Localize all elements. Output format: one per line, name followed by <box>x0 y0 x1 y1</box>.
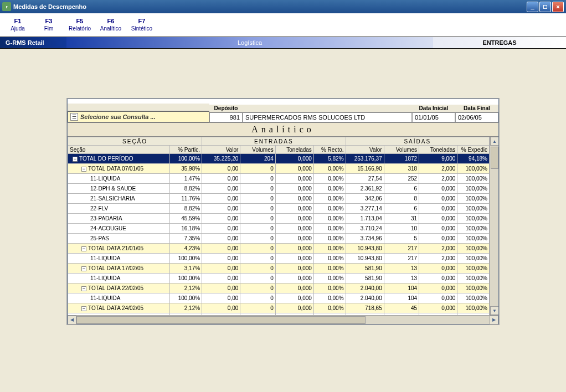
close-button[interactable]: × <box>552 2 564 12</box>
table-row[interactable]: −TOTAL DATA 24/02/052,12%0,0000,0000,00%… <box>68 303 490 313</box>
table-row[interactable]: 12-DPH & SAUDE8,82%0,0000,0000,00%2.361,… <box>68 184 490 194</box>
data-inicial-input[interactable] <box>412 112 455 122</box>
group-entradas[interactable]: ENTRADAS <box>202 137 346 146</box>
band-right: ENTREGAS <box>433 37 566 48</box>
col-header[interactable]: Valor <box>346 146 384 154</box>
window-titlebar: r Medidas de Desempenho _ × <box>0 0 566 13</box>
table-row[interactable]: 11-LIQUIDA1,47%0,0000,0000,00%27,542522,… <box>68 174 490 184</box>
tree-toggle-icon[interactable]: − <box>81 246 86 251</box>
hscroll-thumb[interactable] <box>76 316 366 324</box>
table-row[interactable]: 22-FLV8,82%0,0000,0000,00%3.277,1460,000… <box>68 204 490 214</box>
consulta-label: Selecione sua Consulta ... <box>80 114 156 120</box>
col-header[interactable]: Toneladas <box>419 146 457 154</box>
col-header[interactable]: % Partic. <box>170 146 202 154</box>
params-row: ☰ Selecione sua Consulta ... Depósito Da… <box>68 99 498 122</box>
minimize-button[interactable]: _ <box>527 2 538 12</box>
scroll-left-icon[interactable]: ◀ <box>68 316 76 324</box>
fkey-f5[interactable]: F5Relatório <box>64 16 95 34</box>
data-final-header: Data Final <box>455 105 498 112</box>
restore-button[interactable] <box>539 2 551 12</box>
tree-toggle-icon[interactable]: − <box>81 167 86 172</box>
tree-toggle-icon[interactable]: − <box>81 306 86 311</box>
tree-toggle-icon[interactable]: − <box>81 286 86 291</box>
col-header[interactable]: % Recto. <box>313 146 346 154</box>
data-inicial-header: Data Inicial <box>412 105 455 112</box>
data-grid: SEÇÃO ENTRADAS SAÍDAS Seção% Partic.Valo… <box>68 137 498 315</box>
col-header[interactable]: % Expedic <box>457 146 490 154</box>
tree-toggle-icon[interactable]: − <box>73 157 78 162</box>
table-row[interactable]: 21-SALSICHARIA11,76%0,0000,0000,00%342,0… <box>68 194 490 204</box>
deposito-name-input[interactable] <box>243 112 412 122</box>
table-row[interactable]: 23-PADARIA45,59%0,0000,0000,00%1.713,043… <box>68 214 490 224</box>
fkey-f1[interactable]: F1Ajuda <box>2 16 33 34</box>
window-title: Medidas de Desempenho <box>13 3 526 10</box>
horizontal-scrollbar[interactable]: ◀ ▶ <box>68 315 498 324</box>
table-row[interactable]: 11-LIQUIDA100,00%0,0000,0000,00%10.943,8… <box>68 254 490 264</box>
table-row[interactable]: −TOTAL DATA 22/02/052,12%0,0000,0000,00%… <box>68 283 490 293</box>
consulta-selector[interactable]: ☰ Selecione sua Consulta ... <box>68 111 209 122</box>
band-left: G-RMS Retail <box>0 37 66 48</box>
list-icon: ☰ <box>70 113 78 121</box>
fkey-f6[interactable]: F6Analítico <box>95 16 126 34</box>
table-row[interactable]: 11-LIQUIDA100,00%0,0000,0000,00%2.040,00… <box>68 293 490 303</box>
col-header[interactable]: Seção <box>68 146 170 154</box>
table-row[interactable]: −TOTAL DATA 21/01/054,23%0,0000,0000,00%… <box>68 244 490 254</box>
table-row[interactable]: −TOTAL DATA 07/01/0535,98%0,0000,0000,00… <box>68 164 490 174</box>
scroll-up-icon[interactable]: ▲ <box>490 137 498 146</box>
app-icon: r <box>2 2 11 11</box>
col-header[interactable]: Valor <box>202 146 240 154</box>
table-row[interactable]: −TOTAL DATA 17/02/053,17%0,0000,0000,00%… <box>68 264 490 274</box>
group-saidas[interactable]: SAÍDAS <box>346 137 489 146</box>
fkey-f3[interactable]: F3Fim <box>33 16 64 34</box>
vscroll-thumb[interactable] <box>491 147 498 169</box>
deposito-header: Depósito <box>209 105 243 112</box>
header-band: G-RMS Retail Logística ENTREGAS <box>0 37 566 49</box>
scroll-down-icon[interactable]: ▼ <box>490 306 498 315</box>
fkey-f7[interactable]: F7Sintético <box>126 16 157 34</box>
table-row[interactable]: 11-LIQUIDA100,00%0,0000,0000,00%581,9013… <box>68 274 490 283</box>
deposito-code-input[interactable] <box>209 112 243 122</box>
table-row[interactable]: 11-LIQUIDA100,00%0,0000,0000,00%718,6545… <box>68 313 490 316</box>
scroll-right-icon[interactable]: ▶ <box>490 316 498 324</box>
table-row[interactable]: 25-PAS7,35%0,0000,0000,00%3.734,9650,000… <box>68 234 490 244</box>
report-panel: ☰ Selecione sua Consulta ... Depósito Da… <box>67 99 499 324</box>
group-secao[interactable]: SEÇÃO <box>68 137 202 146</box>
table-row[interactable]: −TOTAL DO PERÍODO100,00%35.225,202040,00… <box>68 154 490 164</box>
table-row[interactable]: 24-ACOUGUE16,18%0,0000,0000,00%3.710,241… <box>68 224 490 234</box>
col-header[interactable]: Volumes <box>240 146 275 154</box>
data-final-input[interactable] <box>455 112 498 122</box>
col-header[interactable]: Volumes <box>384 146 419 154</box>
band-mid: Logística <box>66 37 433 48</box>
col-header[interactable]: Toneladas <box>275 146 313 154</box>
fkey-toolbar: F1AjudaF3FimF5RelatórioF6AnalíticoF7Sint… <box>0 13 566 37</box>
tree-toggle-icon[interactable]: − <box>81 266 86 271</box>
vertical-scrollbar[interactable]: ▲ ▼ <box>490 137 498 315</box>
report-title: Analítico <box>68 122 498 137</box>
